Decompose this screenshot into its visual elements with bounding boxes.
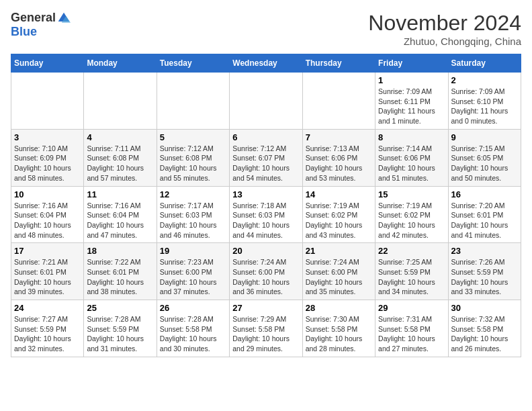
day-header-sunday: Sunday — [11, 54, 84, 73]
calendar-cell: 3Sunrise: 7:10 AM Sunset: 6:09 PM Daylig… — [11, 129, 84, 186]
calendar-body: 1Sunrise: 7:09 AM Sunset: 6:11 PM Daylig… — [11, 73, 521, 357]
day-info: Sunrise: 7:32 AM Sunset: 5:58 PM Dayligh… — [451, 314, 518, 354]
calendar-cell: 24Sunrise: 7:27 AM Sunset: 5:59 PM Dayli… — [11, 300, 84, 357]
header-row: SundayMondayTuesdayWednesdayThursdayFrid… — [11, 54, 521, 73]
calendar-table: SundayMondayTuesdayWednesdayThursdayFrid… — [11, 54, 521, 357]
day-info: Sunrise: 7:19 AM Sunset: 6:02 PM Dayligh… — [378, 201, 445, 240]
day-number: 26 — [160, 303, 226, 313]
calendar-cell: 26Sunrise: 7:28 AM Sunset: 5:58 PM Dayli… — [157, 300, 229, 357]
calendar-cell: 6Sunrise: 7:12 AM Sunset: 6:07 PM Daylig… — [230, 129, 302, 186]
day-info: Sunrise: 7:15 AM Sunset: 6:05 PM Dayligh… — [451, 144, 518, 183]
calendar-cell — [230, 73, 302, 130]
day-number: 15 — [378, 189, 445, 199]
day-info: Sunrise: 7:24 AM Sunset: 6:00 PM Dayligh… — [306, 257, 372, 297]
day-info: Sunrise: 7:24 AM Sunset: 6:00 PM Dayligh… — [232, 257, 299, 297]
day-info: Sunrise: 7:31 AM Sunset: 5:58 PM Dayligh… — [378, 314, 445, 354]
calendar-cell: 28Sunrise: 7:30 AM Sunset: 5:58 PM Dayli… — [302, 300, 375, 357]
calendar-cell — [302, 73, 375, 130]
day-number: 24 — [14, 303, 81, 313]
week-row: 3Sunrise: 7:10 AM Sunset: 6:09 PM Daylig… — [11, 129, 521, 186]
calendar-cell: 15Sunrise: 7:19 AM Sunset: 6:02 PM Dayli… — [375, 186, 448, 243]
day-info: Sunrise: 7:13 AM Sunset: 6:06 PM Dayligh… — [306, 144, 372, 183]
calendar-cell: 10Sunrise: 7:16 AM Sunset: 6:04 PM Dayli… — [11, 186, 84, 243]
day-number: 3 — [14, 132, 81, 142]
day-header-thursday: Thursday — [302, 54, 375, 73]
calendar-cell: 11Sunrise: 7:16 AM Sunset: 6:04 PM Dayli… — [84, 186, 157, 243]
day-number: 4 — [87, 132, 153, 142]
day-number: 28 — [306, 303, 372, 313]
calendar-cell: 17Sunrise: 7:21 AM Sunset: 6:01 PM Dayli… — [11, 243, 84, 300]
day-number: 13 — [232, 189, 299, 199]
day-info: Sunrise: 7:12 AM Sunset: 6:08 PM Dayligh… — [160, 144, 226, 183]
day-number: 7 — [306, 132, 372, 142]
day-info: Sunrise: 7:09 AM Sunset: 6:10 PM Dayligh… — [451, 87, 518, 126]
day-number: 2 — [451, 75, 518, 85]
day-info: Sunrise: 7:18 AM Sunset: 6:03 PM Dayligh… — [232, 201, 299, 240]
calendar-cell: 8Sunrise: 7:14 AM Sunset: 6:06 PM Daylig… — [375, 129, 448, 186]
day-number: 17 — [14, 246, 81, 256]
day-info: Sunrise: 7:25 AM Sunset: 5:59 PM Dayligh… — [378, 257, 445, 297]
day-info: Sunrise: 7:16 AM Sunset: 6:04 PM Dayligh… — [87, 201, 153, 240]
day-number: 21 — [306, 246, 372, 256]
day-number: 11 — [87, 189, 153, 199]
day-number: 25 — [87, 303, 153, 313]
day-info: Sunrise: 7:16 AM Sunset: 6:04 PM Dayligh… — [14, 201, 81, 240]
logo: General Blue — [11, 11, 71, 39]
logo-general-text: General — [11, 11, 56, 25]
day-info: Sunrise: 7:11 AM Sunset: 6:08 PM Dayligh… — [87, 144, 153, 183]
day-info: Sunrise: 7:27 AM Sunset: 5:59 PM Dayligh… — [14, 314, 81, 354]
page-header: General Blue November 2024 Zhutuo, Chong… — [11, 11, 521, 47]
calendar-cell: 23Sunrise: 7:26 AM Sunset: 5:59 PM Dayli… — [448, 243, 521, 300]
calendar-cell: 1Sunrise: 7:09 AM Sunset: 6:11 PM Daylig… — [375, 73, 448, 130]
calendar-cell: 25Sunrise: 7:28 AM Sunset: 5:59 PM Dayli… — [84, 300, 157, 357]
calendar-cell: 27Sunrise: 7:29 AM Sunset: 5:58 PM Dayli… — [230, 300, 302, 357]
day-info: Sunrise: 7:19 AM Sunset: 6:02 PM Dayligh… — [306, 201, 372, 240]
month-title: November 2024 — [368, 11, 521, 36]
day-number: 5 — [160, 132, 226, 142]
logo-icon — [57, 11, 71, 25]
calendar-cell: 12Sunrise: 7:17 AM Sunset: 6:03 PM Dayli… — [157, 186, 229, 243]
day-info: Sunrise: 7:30 AM Sunset: 5:58 PM Dayligh… — [306, 314, 372, 354]
day-header-monday: Monday — [84, 54, 157, 73]
day-number: 29 — [378, 303, 445, 313]
day-info: Sunrise: 7:28 AM Sunset: 5:58 PM Dayligh… — [160, 314, 226, 354]
calendar-cell: 9Sunrise: 7:15 AM Sunset: 6:05 PM Daylig… — [448, 129, 521, 186]
week-row: 10Sunrise: 7:16 AM Sunset: 6:04 PM Dayli… — [11, 186, 521, 243]
day-number: 23 — [451, 246, 518, 256]
day-info: Sunrise: 7:10 AM Sunset: 6:09 PM Dayligh… — [14, 144, 81, 183]
day-info: Sunrise: 7:23 AM Sunset: 6:00 PM Dayligh… — [160, 257, 226, 297]
calendar-cell: 21Sunrise: 7:24 AM Sunset: 6:00 PM Dayli… — [302, 243, 375, 300]
day-number: 27 — [232, 303, 299, 313]
calendar-cell: 4Sunrise: 7:11 AM Sunset: 6:08 PM Daylig… — [84, 129, 157, 186]
day-info: Sunrise: 7:29 AM Sunset: 5:58 PM Dayligh… — [232, 314, 299, 354]
day-info: Sunrise: 7:12 AM Sunset: 6:07 PM Dayligh… — [232, 144, 299, 183]
day-number: 9 — [451, 132, 518, 142]
day-header-friday: Friday — [375, 54, 448, 73]
day-info: Sunrise: 7:21 AM Sunset: 6:01 PM Dayligh… — [14, 257, 81, 297]
calendar-cell: 16Sunrise: 7:20 AM Sunset: 6:01 PM Dayli… — [448, 186, 521, 243]
day-info: Sunrise: 7:09 AM Sunset: 6:11 PM Dayligh… — [378, 87, 445, 126]
calendar-cell: 29Sunrise: 7:31 AM Sunset: 5:58 PM Dayli… — [375, 300, 448, 357]
day-header-wednesday: Wednesday — [230, 54, 302, 73]
calendar-cell: 19Sunrise: 7:23 AM Sunset: 6:00 PM Dayli… — [157, 243, 229, 300]
day-number: 22 — [378, 246, 445, 256]
calendar-cell: 18Sunrise: 7:22 AM Sunset: 6:01 PM Dayli… — [84, 243, 157, 300]
calendar-cell — [157, 73, 229, 130]
location: Zhutuo, Chongqing, China — [368, 36, 521, 47]
day-number: 18 — [87, 246, 153, 256]
day-number: 6 — [232, 132, 299, 142]
calendar-cell: 13Sunrise: 7:18 AM Sunset: 6:03 PM Dayli… — [230, 186, 302, 243]
calendar-cell: 20Sunrise: 7:24 AM Sunset: 6:00 PM Dayli… — [230, 243, 302, 300]
day-header-saturday: Saturday — [448, 54, 521, 73]
day-number: 14 — [306, 189, 372, 199]
logo-blue-text: Blue — [11, 25, 37, 39]
calendar-cell: 5Sunrise: 7:12 AM Sunset: 6:08 PM Daylig… — [157, 129, 229, 186]
day-number: 1 — [378, 75, 445, 85]
calendar-header: SundayMondayTuesdayWednesdayThursdayFrid… — [11, 54, 521, 73]
day-info: Sunrise: 7:28 AM Sunset: 5:59 PM Dayligh… — [87, 314, 153, 354]
day-number: 10 — [14, 189, 81, 199]
day-number: 20 — [232, 246, 299, 256]
day-header-tuesday: Tuesday — [157, 54, 229, 73]
title-section: November 2024 Zhutuo, Chongqing, China — [368, 11, 521, 47]
day-info: Sunrise: 7:14 AM Sunset: 6:06 PM Dayligh… — [378, 144, 445, 183]
